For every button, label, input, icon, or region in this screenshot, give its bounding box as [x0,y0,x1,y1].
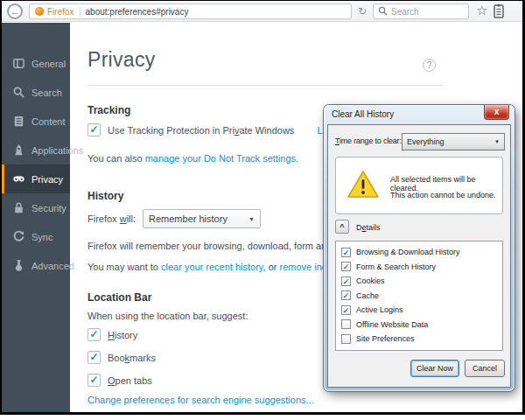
form-history-checkbox[interactable]: ✓ [341,262,351,271]
navigation-toolbar: ← Firefox about:preferences#privacy ↻ Se… [2,1,522,22]
list-item: Offline Website Data [341,318,497,332]
list-item-label: Cache [356,291,379,300]
warning-line2: This action cannot be undone. [390,191,496,200]
tracking-protection-checkbox[interactable]: ✓ [88,123,101,136]
dnt-line: You can also manage your Do Not Track se… [88,153,298,164]
warning-icon [346,170,380,201]
history-heading: History [88,190,123,202]
list-item: ✓ Form & Search History [341,260,497,275]
header-divider [88,85,443,86]
dnt-settings-link[interactable]: manage your Do Not Track settings. [145,153,298,164]
bookmarks-menu-icon[interactable] [493,4,505,18]
warning-panel: All selected items will be cleared. This… [335,157,503,214]
suggest-opentabs-label: Open tabs [108,375,152,386]
sidebar-item-general[interactable]: General [2,49,70,78]
details-expander-button[interactable]: ^ [335,220,349,234]
search-input[interactable]: Search [373,4,469,19]
cancel-button[interactable]: Cancel [465,360,505,377]
url-separator [80,7,80,17]
tracking-heading: Tracking [88,104,130,116]
list-item-label: Browsing & Download History [356,248,460,256]
sidebar-item-label: Search [32,88,62,98]
sidebar-item-applications[interactable]: Applications [2,136,70,164]
suggest-history-row: ✓ History [88,328,137,341]
sidebar-item-label: Security [32,203,66,214]
suggest-bookmarks-checkbox[interactable]: ✓ [88,351,101,364]
list-item: ✓ Cookies [341,274,497,289]
page-title: Privacy [88,48,156,72]
list-item: ✓ Cache [341,289,497,304]
suggest-label: When using the location bar, suggest: [88,311,248,321]
cookies-checkbox[interactable]: ✓ [341,276,351,286]
sidebar-item-advanced[interactable]: Advanced [2,251,70,280]
list-item: ✓ Browsing & Download History [341,245,497,260]
site-identity-label: Firefox [47,7,74,17]
suggest-history-checkbox[interactable]: ✓ [88,328,101,341]
dropdown-arrow-icon: ▼ [494,139,500,144]
search-placeholder: Search [391,7,419,17]
sidebar-item-sync[interactable]: Sync [2,222,70,251]
clear-all-history-dialog: Clear All History x Time range to clear:… [324,105,514,391]
time-range-dropdown[interactable]: Everything ▼ [402,133,505,150]
suggest-history-label: History [108,330,137,340]
advanced-icon [12,259,25,272]
time-range-label: Time range to clear: [335,136,402,145]
history-mode-dropdown[interactable]: Remember history ▼ [143,209,261,228]
privacy-icon [12,172,25,186]
details-label: Details [356,223,381,232]
url-bar[interactable]: Firefox about:preferences#privacy [29,4,352,19]
active-logins-checkbox[interactable]: ✓ [341,305,351,315]
list-item: ✓ Active Logins [341,303,497,318]
sidebar-item-search[interactable]: Search [2,78,70,107]
tracking-protection-label: Use Tracking Protection in Private Windo… [108,125,294,136]
search-suggestions-link[interactable]: Change preferences for search engine sug… [88,395,314,405]
list-item-label: Form & Search History [356,262,436,271]
dropdown-arrow-icon: ▼ [248,216,255,222]
close-icon[interactable]: x [484,105,509,120]
sidebar-item-label: Advanced [32,261,74,271]
reload-icon[interactable]: ↻ [355,4,369,18]
warning-line1: All selected items will be cleared. [390,175,502,192]
dialog-body: Time range to clear: Everything ▼ All se… [327,124,511,388]
bookmark-star-icon[interactable]: ☆ [476,3,487,18]
site-preferences-checkbox[interactable] [341,334,351,344]
location-bar-heading: Location Bar [88,291,151,304]
dialog-title: Clear All History [332,109,394,119]
cache-checkbox[interactable]: ✓ [341,290,351,300]
applications-icon [12,144,25,157]
sidebar-item-label: Applications [32,145,83,156]
list-item: Site Preferences [341,332,497,346]
sync-icon [12,230,25,243]
firefox-favicon [35,7,44,16]
preferences-sidebar: General Search Content Applications Priv… [2,23,70,414]
security-lock-icon [12,201,25,214]
clear-recent-history-link[interactable]: clear your recent history [161,262,263,272]
browser-window: ← Firefox about:preferences#privacy ↻ Se… [0,0,525,420]
history-will-row: Firefox will: Remember history ▼ [88,209,261,228]
list-item-label: Offline Website Data [356,320,428,329]
back-button[interactable]: ← [7,4,23,19]
clear-now-button[interactable]: Clear Now [410,360,459,377]
sidebar-item-label: Sync [32,232,52,242]
browsing-history-checkbox[interactable]: ✓ [341,248,351,257]
sidebar-item-label: Content [32,116,66,127]
sidebar-item-content[interactable]: Content [2,107,70,136]
list-item-label: Cookies [356,276,385,285]
sidebar-item-label: Privacy [32,174,63,185]
help-icon[interactable]: ? [423,59,436,72]
suggest-opentabs-row: ✓ Open tabs [88,374,152,387]
offline-data-checkbox[interactable] [341,319,351,329]
sidebar-item-label: General [32,59,66,69]
suggest-bookmarks-label: Bookmarks [108,353,156,363]
suggest-opentabs-checkbox[interactable]: ✓ [88,374,101,387]
list-item-label: Site Preferences [356,334,415,343]
sidebar-item-security[interactable]: Security [2,193,70,222]
firefox-will-label: Firefox will: [88,214,136,224]
suggest-bookmarks-row: ✓ Bookmarks [88,351,156,364]
url-text: about:preferences#privacy [86,7,189,17]
history-items-list: ✓ Browsing & Download History ✓ Form & S… [335,241,503,351]
sidebar-item-privacy[interactable]: Privacy [2,164,70,193]
content-icon [12,115,25,128]
search-icon [378,4,388,19]
list-item-label: Active Logins [356,305,403,314]
